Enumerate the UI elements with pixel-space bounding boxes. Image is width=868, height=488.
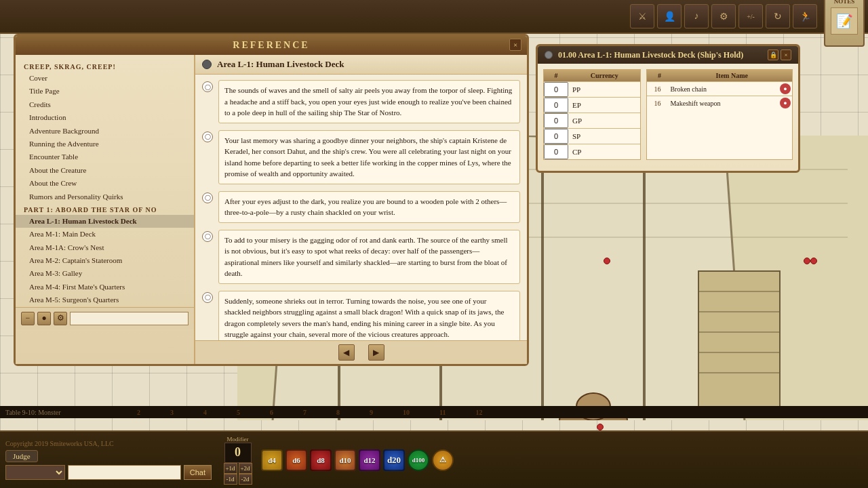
toc-item-m1a[interactable]: Area M-1A: Crow's Nest bbox=[16, 241, 194, 254]
currency-row-sp: SP bbox=[544, 128, 640, 144]
dice-d10-button[interactable]: d10 bbox=[334, 449, 356, 471]
toc-section-creep: CREEP, SKRAG, CREEP! bbox=[16, 60, 194, 72]
toc-item-adventurebg[interactable]: Adventure Background bbox=[16, 125, 194, 138]
area-panel-content: # Currency PP EP GP SP CP bbox=[538, 64, 798, 165]
reference-close-button[interactable]: × bbox=[509, 39, 521, 51]
dice-warning-button[interactable]: ⚠ bbox=[432, 449, 454, 471]
toc-item-introduction[interactable]: Introduction bbox=[16, 111, 194, 124]
bottom-bar: Copyright 2019 Smiteworks USA, LLC Judge… bbox=[0, 430, 868, 488]
modifier-plus1d[interactable]: +1d bbox=[224, 463, 237, 474]
modifier-minus1d[interactable]: -1d bbox=[224, 474, 237, 485]
item-row-1: 16 Broken chain ● bbox=[647, 81, 792, 96]
toc-item-m4[interactable]: Area M-4: First Mate's Quarters bbox=[16, 281, 194, 293]
currency-row-ep: EP bbox=[544, 97, 640, 113]
currency-input-sp[interactable] bbox=[544, 129, 568, 144]
toc-zoom-in[interactable]: ● bbox=[37, 312, 51, 325]
item-name-2: Makeshift weapon bbox=[667, 98, 778, 108]
toc-settings[interactable]: ⚙ bbox=[54, 312, 67, 325]
currency-table-header: # Currency bbox=[544, 70, 640, 81]
toc-item-l1[interactable]: Area L-1: Human Livestock Deck bbox=[16, 215, 194, 228]
toc-item-crew[interactable]: About the Crew bbox=[16, 177, 194, 190]
item-row-2: 16 Makeshift weapon ● bbox=[647, 96, 792, 110]
dice-d8-button[interactable]: d8 bbox=[310, 449, 332, 471]
nav-next-button[interactable]: ▶ bbox=[368, 344, 384, 361]
story-icon-5: ◯ bbox=[202, 292, 213, 303]
area-panel-lock[interactable]: 🔒 bbox=[768, 49, 778, 60]
toc-item-running[interactable]: Running the Adventure bbox=[16, 138, 194, 150]
currency-label-gp: GP bbox=[568, 115, 640, 127]
dice-d100-button[interactable]: d100 bbox=[408, 449, 429, 471]
currency-input-cp[interactable] bbox=[544, 144, 568, 159]
modifier-minus2d[interactable]: -2d bbox=[239, 474, 252, 485]
reference-window: REFERENCE × CREEP, SKRAG, CREEP! Cover T… bbox=[14, 34, 529, 366]
currency-input-pp[interactable] bbox=[544, 82, 568, 97]
currency-input-gp[interactable] bbox=[544, 113, 568, 128]
modifier-plus2d[interactable]: +2d bbox=[239, 463, 252, 474]
toc-item-m1[interactable]: Area M-1: Main Deck bbox=[16, 228, 194, 241]
top-toolbar: ⚔ 👤 ♪ ⚙ +/- ↻ 🏃 NOTES 📝 bbox=[0, 0, 868, 34]
story-block-3: ◯ After your eyes adjust to the dark, yo… bbox=[202, 191, 520, 223]
area-title: Area L-1: Human Livestock Deck bbox=[217, 59, 344, 70]
chat-button[interactable]: Chat bbox=[184, 465, 212, 480]
area-indicator-dot bbox=[202, 60, 212, 69]
toolbar-btn-refresh[interactable]: ↻ bbox=[766, 4, 790, 28]
modifier-box: Modifier 0 +1d +2d -1d -2d bbox=[222, 436, 253, 485]
currency-row-pp: PP bbox=[544, 81, 640, 97]
currency-label-pp: PP bbox=[568, 83, 640, 96]
notes-panel[interactable]: NOTES 📝 bbox=[824, 0, 865, 47]
map-number: 5 bbox=[237, 409, 240, 416]
toolbar-btn-character2[interactable]: 🏃 bbox=[793, 4, 817, 28]
toc-item-m5[interactable]: Area M-5: Surgeon's Quarters bbox=[16, 293, 194, 306]
toc-item-credits[interactable]: Credits bbox=[16, 98, 194, 111]
map-number: 4 bbox=[203, 409, 207, 416]
toolbar-btn-music[interactable]: ♪ bbox=[684, 4, 709, 28]
story-icon-3: ◯ bbox=[202, 192, 213, 203]
toc-item-creature[interactable]: About the Creature bbox=[16, 164, 194, 177]
status-table: Table 9-10: Monster bbox=[5, 409, 61, 416]
dice-d20-button[interactable]: d20 bbox=[383, 449, 405, 471]
toc-item-titlepage[interactable]: Title Page bbox=[16, 85, 194, 98]
story-block-1: ◯ The sounds of waves and the smell of s… bbox=[202, 80, 520, 123]
area-panel-close[interactable]: × bbox=[781, 49, 791, 60]
main-content-panel: Area L-1: Human Livestock Deck ◯ The sou… bbox=[195, 55, 527, 364]
reference-title: REFERENCE bbox=[233, 40, 309, 51]
modifier-value: 0 bbox=[224, 443, 252, 463]
toolbar-btn-character[interactable]: 👤 bbox=[657, 4, 682, 28]
item-delete-1[interactable]: ● bbox=[780, 83, 791, 94]
item-num-1: 16 bbox=[647, 84, 667, 94]
toc-item-encounter[interactable]: Encounter Table bbox=[16, 150, 194, 163]
toolbar-btn-plusminus[interactable]: +/- bbox=[738, 4, 763, 28]
map-number: 7 bbox=[303, 409, 307, 416]
judge-badge: Judge bbox=[5, 450, 38, 462]
map-number: 8 bbox=[336, 409, 340, 416]
map-marker bbox=[804, 258, 810, 264]
dice-d6-button[interactable]: d6 bbox=[285, 449, 307, 471]
toolbar-btn-sword[interactable]: ⚔ bbox=[630, 4, 654, 28]
toc-item-cover[interactable]: Cover bbox=[16, 72, 194, 85]
currency-header-label: Currency bbox=[568, 70, 640, 81]
main-panel-content: ◯ The sounds of waves and the smell of s… bbox=[195, 75, 527, 340]
nav-prev-button[interactable]: ◀ bbox=[338, 344, 355, 361]
currency-input-ep[interactable] bbox=[544, 98, 568, 113]
item-delete-2[interactable]: ● bbox=[780, 98, 791, 108]
chat-input-row: Chat bbox=[5, 465, 212, 480]
area-panel: 01.00 Area L-1: Human Livestock Deck (Sh… bbox=[536, 44, 800, 173]
map-marker bbox=[810, 258, 817, 264]
dice-d12-button[interactable]: d12 bbox=[359, 449, 380, 471]
story-icon-1: ◯ bbox=[202, 81, 213, 92]
toc-zoom-out[interactable]: − bbox=[21, 312, 35, 325]
toc-item-rumors[interactable]: Rumors and Personality Quirks bbox=[16, 190, 194, 203]
toolbar-btn-settings[interactable]: ⚙ bbox=[711, 4, 736, 28]
chat-input[interactable] bbox=[68, 465, 181, 480]
dice-d4-button[interactable]: d4 bbox=[261, 449, 283, 471]
toc-section-part1: PART 1: ABOARD THE STAR OF NO bbox=[16, 203, 194, 215]
chat-select[interactable] bbox=[5, 465, 65, 480]
reference-content: CREEP, SKRAG, CREEP! Cover Title Page Cr… bbox=[16, 55, 527, 364]
area-panel-titlebar: 01.00 Area L-1: Human Livestock Deck (Sh… bbox=[538, 46, 798, 64]
toc-search-input[interactable] bbox=[70, 312, 189, 325]
story-block-2: ◯ Your last memory was sharing a goodbye… bbox=[202, 130, 520, 184]
toc-item-m3[interactable]: Area M-3: Galley bbox=[16, 267, 194, 280]
map-number: 3 bbox=[170, 409, 174, 416]
toc-item-m2[interactable]: Area M-2: Captain's Stateroom bbox=[16, 254, 194, 267]
item-num-2: 16 bbox=[647, 98, 667, 108]
